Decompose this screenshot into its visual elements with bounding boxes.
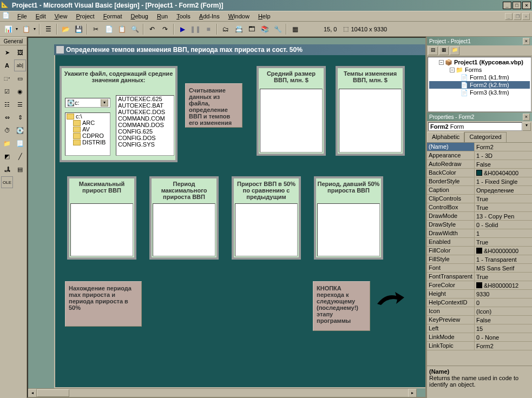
property-row[interactable]: ClipControlsTrue (427, 195, 532, 203)
drivelistbox-tool[interactable]: 💽 (14, 124, 26, 136)
menu-format[interactable]: Format (99, 12, 127, 21)
property-row[interactable]: HelpContextID0 (427, 298, 532, 307)
commandbutton-tool[interactable]: ▭ (14, 72, 26, 84)
avg-size-frame[interactable]: Средний размер ВВП, млн. $ (257, 66, 326, 156)
avg-size-list[interactable] (260, 89, 323, 152)
property-row[interactable]: BorderStyle1 - Fixed Single (427, 177, 532, 186)
property-row[interactable]: ControlBoxTrue (427, 203, 532, 212)
add-form-dropdown[interactable]: ▾ (32, 23, 37, 35)
pointer-tool[interactable]: ➤ (1, 47, 13, 58)
property-row[interactable]: (Name)Form2 (427, 143, 532, 151)
timer-tool[interactable]: ⏱ (1, 124, 13, 136)
property-row[interactable]: DrawWidth1 (427, 229, 532, 238)
run-button[interactable]: ▶ (176, 23, 188, 35)
scroll-right-button[interactable]: ▸ (408, 389, 417, 397)
image-tool[interactable]: 🏞 (1, 163, 13, 175)
menu-debug[interactable]: Debug (126, 12, 152, 21)
add-project-dropdown[interactable]: ▾ (14, 23, 19, 35)
property-row[interactable]: CaptionОпределение (427, 186, 532, 195)
property-row[interactable]: Icon(Icon) (427, 307, 532, 316)
mdi-close-button[interactable]: × (522, 13, 530, 20)
optionbutton-tool[interactable]: ◉ (14, 85, 26, 97)
menu-view[interactable]: View (50, 12, 72, 21)
mdi-minimize-button[interactable]: _ (505, 13, 513, 20)
period-50-frame[interactable]: Период, давший 50% прироста ВВП (314, 176, 383, 260)
drive-dropdown-button[interactable]: ▾ (101, 99, 108, 107)
property-row[interactable]: DrawMode13 - Copy Pen (427, 212, 532, 221)
form-window[interactable]: Определение темпов изменения ВВП, период… (54, 44, 426, 388)
dirlistbox-tool[interactable]: 📁 (1, 137, 13, 149)
label-tool[interactable]: A (1, 59, 13, 71)
scroll-thumb[interactable] (37, 389, 69, 397)
growth-50-frame[interactable]: Прирост ВВП в 50% по сравнению с предыду… (232, 176, 301, 260)
growth-50-list[interactable] (235, 203, 298, 256)
properties-grid[interactable]: (Name)Form2Appearance1 - 3DAutoRedrawFal… (427, 143, 532, 366)
object-browser-button[interactable]: 📚 (259, 23, 271, 35)
minimize-button[interactable]: _ (503, 2, 511, 9)
form-layout-button[interactable]: 🗔 (246, 23, 258, 35)
listbox-tool[interactable]: ☰ (14, 98, 26, 110)
menu-file[interactable]: File (13, 12, 31, 21)
checkbox-tool[interactable]: ☑ (1, 85, 13, 97)
shape-tool[interactable]: ◩ (1, 150, 13, 162)
paste-button[interactable]: 📋 (116, 23, 128, 35)
frame-tool[interactable]: ⬚ˣ (1, 72, 13, 84)
menu-edit[interactable]: Edit (31, 12, 50, 21)
data-tool[interactable]: ▤ (14, 163, 26, 175)
tree-form-item[interactable]: 📄Form2 (k2.frm) (429, 81, 530, 89)
picturebox-tool[interactable]: 🖼 (14, 47, 26, 58)
property-row[interactable]: Appearance1 - 3D (427, 151, 532, 160)
file-select-frame[interactable]: Укажите файл, содержащий средние значени… (60, 66, 178, 162)
find-button[interactable]: 🔍 (129, 23, 141, 35)
combobox-tool[interactable]: ☷ (1, 98, 13, 110)
property-row[interactable]: KeyPreviewFalse (427, 316, 532, 324)
period-max-list[interactable] (153, 203, 215, 256)
data-view-button[interactable]: ▦ (289, 23, 301, 35)
property-row[interactable]: AutoRedrawFalse (427, 160, 532, 169)
props-object-combo[interactable]: Form2 Form ▾ (427, 121, 532, 132)
filelistbox-tool[interactable]: 📃 (14, 137, 26, 149)
mdi-icon[interactable]: 📄 (2, 12, 11, 21)
find-period-button[interactable]: Нахождение периода max прироста и период… (65, 281, 142, 327)
hscrollbar-tool[interactable]: ⇔ (1, 111, 13, 123)
file-item[interactable]: AUTOEXEC.625 (116, 96, 174, 102)
tempo-list[interactable] (339, 89, 402, 152)
dir-item[interactable]: ARC (65, 120, 110, 126)
mdi-restore-button[interactable]: ❐ (514, 13, 521, 20)
pause-button[interactable]: ❚❚ (189, 23, 201, 35)
file-item[interactable]: AUTOEXEC.DOS (116, 109, 174, 115)
property-row[interactable]: EnabledTrue (427, 238, 532, 247)
toggle-folders-button[interactable]: 📁 (450, 47, 459, 55)
max-growth-frame[interactable]: Максимальный прирост ВВП (67, 176, 136, 260)
tab-categorized[interactable]: Categorized (464, 132, 506, 142)
dir-item[interactable]: DISTRIB (65, 139, 110, 145)
form-design-area[interactable]: Определение темпов изменения ВВП, период… (27, 37, 426, 398)
dir-list[interactable]: c:\ARCAVCDPRODISTRIB (65, 112, 110, 156)
property-row[interactable]: LinkMode0 - None (427, 333, 532, 342)
drive-combo[interactable]: 💽 c: ▾ (65, 98, 110, 108)
tree-form-item[interactable]: 📄Form1 (k1.frm) (429, 74, 530, 81)
save-button[interactable]: 💾 (73, 23, 84, 35)
file-item[interactable]: CONFIG.DOS (116, 135, 174, 141)
period-50-list[interactable] (317, 203, 380, 256)
project-close-button[interactable]: × (523, 38, 530, 45)
toolbox-button[interactable]: 🔧 (272, 23, 284, 35)
menu-editor-button[interactable]: ☰ (42, 23, 54, 35)
file-item[interactable]: COMMAND.DOS (116, 122, 174, 128)
property-row[interactable]: DrawStyle0 - Solid (427, 221, 532, 229)
file-item[interactable]: AUTOEXEC.BAT (116, 102, 174, 109)
vscrollbar-tool[interactable]: ⇕ (14, 111, 26, 123)
close-button[interactable]: × (522, 2, 531, 9)
properties-button[interactable]: 📇 (233, 23, 245, 35)
dir-item[interactable]: c:\ (65, 113, 110, 120)
project-tree[interactable]: −📦Project1 (Курсовая.vbp) −📁Forms 📄Form1… (428, 57, 531, 112)
property-row[interactable]: FontMS Sans Serif (427, 264, 532, 273)
file-item[interactable]: CONFIG.SYS (116, 141, 174, 148)
property-row[interactable]: FillStyle1 - Transparent (427, 255, 532, 264)
menu-run[interactable]: Run (153, 12, 172, 21)
tempo-frame[interactable]: Темпы изменения ВВП, млн. $ (336, 66, 405, 156)
open-button[interactable]: 📂 (60, 23, 71, 35)
ole-tool[interactable]: OLE (1, 176, 13, 188)
props-close-button[interactable]: × (523, 114, 530, 121)
add-form-button[interactable]: 📋 (20, 23, 32, 35)
